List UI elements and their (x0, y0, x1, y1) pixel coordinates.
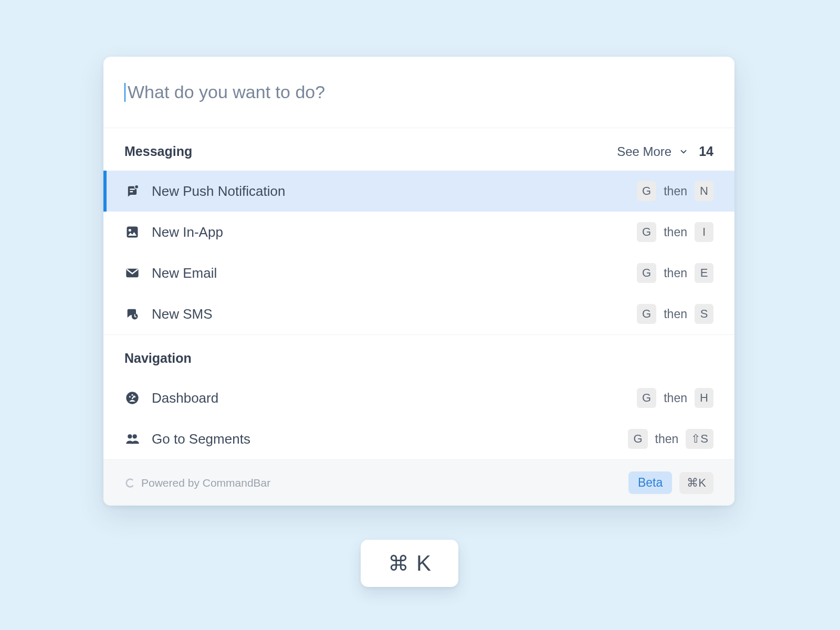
palette-footer: Powered by CommandBar Beta ⌘K (103, 459, 734, 506)
command-label: New Push Notification (152, 183, 637, 200)
shortcut-hint: G then I (637, 222, 713, 242)
svg-point-11 (128, 434, 132, 438)
command-item-new-sms[interactable]: New SMS G then S (103, 293, 734, 334)
command-label: New SMS (152, 306, 637, 322)
command-item-segments[interactable]: Go to Segments G then ⇧S (103, 418, 734, 459)
beta-badge: Beta (628, 471, 672, 494)
svg-point-9 (131, 394, 133, 396)
command-palette: Messaging See More 14 New Push Notificat… (103, 57, 734, 506)
key: I (695, 222, 713, 242)
standalone-shortcut-badge: ⌘ K (361, 540, 458, 587)
key: H (695, 388, 713, 408)
footer-shortcut: ⌘K (679, 472, 713, 494)
svg-rect-1 (130, 191, 133, 192)
then-text: then (664, 184, 687, 198)
search-row (103, 57, 734, 128)
key: S (695, 304, 713, 324)
commandbar-logo-icon (124, 477, 136, 489)
command-label: New Email (152, 265, 637, 281)
then-text: then (655, 432, 679, 446)
push-notification-icon (124, 183, 140, 199)
then-text: then (664, 225, 687, 239)
command-label: New In-App (152, 224, 637, 240)
key: G (637, 181, 656, 201)
command-item-new-push[interactable]: New Push Notification G then N (103, 171, 734, 212)
svg-point-4 (129, 229, 131, 232)
svg-point-13 (125, 477, 136, 488)
command-item-new-inapp[interactable]: New In-App G then I (103, 212, 734, 253)
section-title: Messaging (124, 144, 617, 159)
powered-by: Powered by CommandBar (124, 477, 270, 489)
svg-point-12 (133, 434, 137, 438)
command-label: Dashboard (152, 390, 637, 406)
svg-rect-0 (130, 188, 134, 190)
in-app-icon (124, 224, 140, 240)
key: G (637, 222, 656, 242)
segments-icon (124, 431, 140, 447)
shortcut-hint: G then S (637, 304, 713, 324)
svg-rect-3 (127, 227, 138, 238)
key: N (695, 181, 713, 201)
svg-point-8 (129, 396, 131, 397)
shortcut-hint: G then ⇧S (628, 429, 713, 449)
shortcut-hint: G then E (637, 263, 713, 283)
search-input[interactable] (128, 82, 713, 102)
command-item-dashboard[interactable]: Dashboard G then H (103, 377, 734, 418)
chevron-down-icon (679, 147, 688, 156)
key: G (637, 388, 656, 408)
sms-icon (124, 306, 140, 322)
shortcut-hint: G then H (637, 388, 713, 408)
email-icon (124, 265, 140, 281)
see-more-count: 14 (699, 144, 713, 159)
shortcut-hint: G then N (637, 181, 713, 201)
then-text: then (664, 307, 687, 321)
section-header-messaging: Messaging See More 14 (103, 128, 734, 171)
key: G (637, 304, 656, 324)
command-label: Go to Segments (152, 431, 628, 447)
see-more-button[interactable]: See More 14 (617, 144, 713, 159)
key: G (637, 263, 656, 283)
see-more-label: See More (617, 144, 671, 159)
then-text: then (664, 266, 687, 280)
key: G (628, 429, 647, 449)
key: ⇧S (686, 429, 713, 449)
text-cursor (124, 83, 125, 102)
command-icon: ⌘ (388, 551, 409, 575)
command-item-new-email[interactable]: New Email G then E (103, 253, 734, 293)
svg-point-2 (134, 185, 138, 188)
key: E (695, 263, 713, 283)
section-header-navigation: Navigation (103, 335, 734, 377)
dashboard-icon (124, 390, 140, 406)
section-title: Navigation (124, 351, 713, 366)
shortcut-key: K (416, 551, 431, 576)
powered-by-text: Powered by CommandBar (141, 477, 270, 489)
then-text: then (664, 391, 687, 405)
